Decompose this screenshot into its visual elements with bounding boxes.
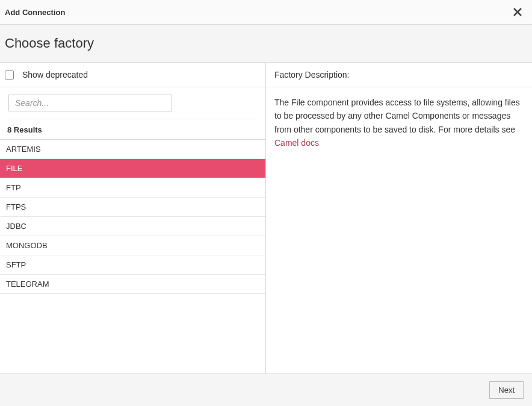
factory-item-mongodb[interactable]: MONGODB [0,236,265,255]
next-button[interactable]: Next [489,381,524,399]
factory-item-jdbc[interactable]: JDBC [0,217,265,236]
dialog-footer: Next [0,374,532,406]
factory-item-artemis[interactable]: ARTEMIS [0,140,265,159]
show-deprecated-label: Show deprecated [22,70,88,80]
factory-item-ftp[interactable]: FTP [0,178,265,198]
add-connection-dialog: Add Connection Choose factory Show depre… [0,0,532,406]
page-title: Choose factory [5,36,527,51]
close-icon [513,7,522,17]
search-wrap [0,87,265,115]
factory-description-panel: Factory Description: The File component … [266,63,532,373]
dialog-header: Add Connection [0,0,532,25]
dialog-title: Add Connection [5,8,65,17]
main-area: Show deprecated 8 Results ARTEMISFILEFTP… [0,63,532,374]
results-count: 8 Results [0,119,265,140]
search-input[interactable] [8,95,172,111]
factory-description-text: The File component provides access to fi… [274,98,520,134]
factory-item-sftp[interactable]: SFTP [0,255,265,275]
factory-item-ftps[interactable]: FTPS [0,198,265,217]
factory-item-telegram[interactable]: TELEGRAM [0,275,265,294]
show-deprecated-checkbox[interactable] [5,70,14,80]
factory-description-body: The File component provides access to fi… [266,87,532,158]
show-deprecated-row: Show deprecated [0,63,265,87]
section-title-bar: Choose factory [0,25,532,63]
factory-left-panel: Show deprecated 8 Results ARTEMISFILEFTP… [0,63,266,373]
camel-docs-link[interactable]: Camel docs [274,138,319,148]
factory-description-header: Factory Description: [266,63,532,87]
factory-item-file[interactable]: FILE [0,159,265,178]
close-button[interactable] [510,5,525,19]
factory-list: ARTEMISFILEFTPFTPSJDBCMONGODBSFTPTELEGRA… [0,140,265,294]
